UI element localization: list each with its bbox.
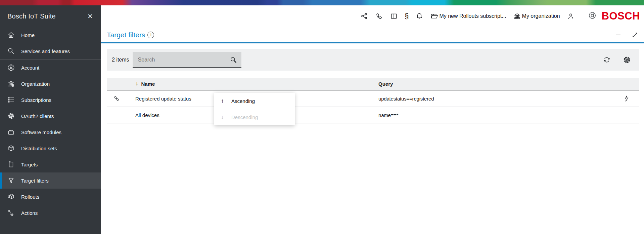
settings-gear-icon[interactable] (623, 55, 631, 64)
sidebar-item-label: Actions (21, 210, 38, 216)
manual-icon[interactable] (390, 12, 398, 20)
menu-item-ascending[interactable]: ↑ Ascending (214, 93, 295, 109)
filter-query: updatestatus==registered (378, 96, 434, 102)
bosch-supergraphic (0, 0, 644, 5)
sort-ascending-icon: ↑ (221, 98, 224, 105)
targets-icon (7, 160, 15, 168)
sidebar-item-account[interactable]: Account (0, 60, 101, 76)
sidebar-item-label: Subscriptions (21, 97, 51, 103)
menu-item-descending: ↓ Descending (214, 109, 295, 125)
organization-icon (513, 12, 521, 20)
subscriptions-icon (7, 96, 15, 104)
info-icon[interactable]: i (147, 32, 154, 38)
sidebar-item-label: Account (21, 65, 39, 71)
account-icon (7, 64, 15, 72)
page-title: Target filters i (107, 31, 154, 39)
link-icon (113, 95, 120, 102)
phone-icon[interactable] (375, 12, 383, 20)
sidebar-item-label: Rollouts (21, 194, 39, 200)
sidebar-item-label: Services and features (21, 48, 70, 54)
sidebar-item-subscriptions[interactable]: Subscriptions (0, 92, 101, 108)
sidebar-item-actions[interactable]: Actions (0, 205, 101, 221)
organization-icon (7, 80, 15, 88)
table-row[interactable]: Registered update status updatestatus==r… (107, 90, 639, 107)
app-title: Bosch IoT Suite (7, 12, 56, 20)
sidebar-item-home[interactable]: Home (0, 27, 101, 43)
filter-query: name==* (378, 112, 398, 118)
grid-toolbar: 2 items (107, 49, 639, 71)
sidebar-item-targets[interactable]: Targets (0, 156, 101, 172)
rollouts-icon (7, 193, 15, 201)
sidebar-item-label: Targets (21, 162, 38, 167)
sidebar-item-oauth2-clients[interactable]: OAuth2 clients (0, 108, 101, 124)
sort-descending-icon: ↓ (135, 80, 138, 87)
subscription-switcher[interactable]: My new Rollouts subscript... (430, 12, 506, 20)
subscription-folder-icon (430, 12, 438, 20)
search-icon (7, 47, 15, 55)
bosch-brand: BOSCH (588, 10, 640, 22)
items-count: 2 items (112, 57, 129, 63)
sidebar-item-services-and-features[interactable]: Services and features (0, 43, 101, 59)
organization-label: My organization (522, 13, 560, 19)
legal-icon[interactable]: § (405, 12, 409, 20)
sort-descending-icon: ↓ (221, 114, 224, 121)
distribution-sets-icon (7, 144, 15, 152)
sidebar-item-software-modules[interactable]: Software modules (0, 124, 101, 140)
refresh-icon[interactable] (602, 55, 611, 64)
table-row[interactable]: All devices name==* (107, 107, 639, 123)
organization-switcher[interactable]: My organization (513, 12, 560, 20)
actions-icon (7, 209, 15, 217)
share-icon[interactable] (360, 12, 368, 20)
sidebar-close-icon[interactable]: × (88, 12, 93, 21)
software-modules-icon (7, 128, 15, 136)
sidebar: Bosch IoT Suite × Home Services and feat… (0, 5, 101, 234)
sidebar-item-label: Software modules (21, 129, 61, 135)
target-filters-table: ↓ Name Query Registered update status up… (107, 78, 639, 123)
column-header-query[interactable]: Query (378, 81, 639, 87)
sort-menu: ↑ Ascending ↓ Descending (214, 93, 295, 125)
oauth2-clients-icon (7, 112, 15, 120)
user-icon[interactable] (567, 12, 575, 20)
bosch-logo-icon (588, 11, 596, 20)
search-box (133, 52, 241, 68)
home-icon (7, 31, 15, 39)
notifications-icon[interactable] (415, 12, 423, 20)
main-area: § My new Rollouts subscript... My organi… (101, 5, 644, 234)
sidebar-item-distribution-sets[interactable]: Distribution sets (0, 140, 101, 156)
column-header-name[interactable]: ↓ Name (135, 80, 378, 87)
search-input[interactable] (137, 56, 227, 63)
minimize-icon[interactable] (614, 31, 622, 39)
expand-icon[interactable] (631, 31, 639, 39)
search-icon[interactable] (229, 56, 237, 64)
sidebar-item-label: Distribution sets (21, 146, 57, 151)
sidebar-item-label: OAuth2 clients (21, 113, 54, 119)
sidebar-item-label: Target filters (21, 178, 49, 184)
target-filters-icon (7, 177, 15, 185)
sidebar-item-target-filters[interactable]: Target filters (0, 172, 101, 189)
auto-assignment-icon[interactable] (623, 95, 630, 102)
panel-header: Target filters i (101, 27, 644, 43)
bosch-wordmark: BOSCH (602, 10, 640, 22)
sidebar-item-label: Organization (21, 81, 50, 87)
sidebar-item-label: Home (21, 32, 35, 38)
sidebar-item-organization[interactable]: Organization (0, 76, 101, 92)
table-header-row: ↓ Name Query (107, 78, 639, 90)
subscription-label: My new Rollouts subscript... (439, 13, 506, 19)
sidebar-item-rollouts[interactable]: Rollouts (0, 189, 101, 205)
topbar: § My new Rollouts subscript... My organi… (101, 5, 644, 27)
